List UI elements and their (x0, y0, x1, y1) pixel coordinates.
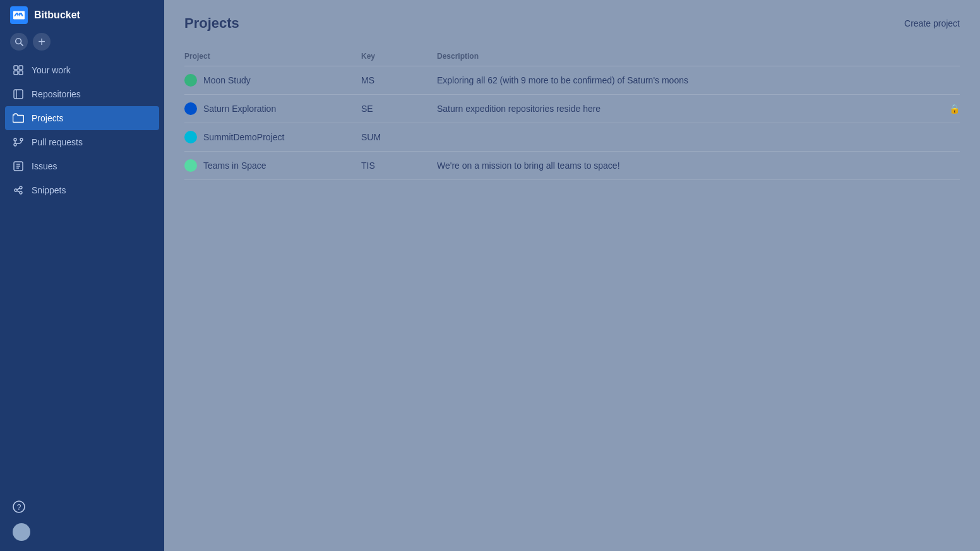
issues-icon (13, 160, 24, 172)
create-button[interactable]: + (33, 33, 51, 51)
sidebar-item-snippets[interactable]: Snippets (0, 178, 164, 202)
project-key-3: TIS (361, 152, 437, 180)
pr-icon (13, 136, 24, 148)
projects-icon (13, 112, 24, 124)
project-avatar-3 (184, 159, 197, 172)
app-name: Bitbucket (34, 9, 80, 21)
sidebar-header: Bitbucket (0, 0, 164, 30)
projects-table: Project Key Description Moon Study MS Ex… (184, 47, 960, 180)
project-name-cell-1: Saturn Exploration (184, 95, 361, 123)
project-name-cell-2: SummitDemoProject (184, 123, 361, 152)
lock-icon: 🔒 (949, 104, 960, 114)
user-avatar[interactable] (13, 523, 30, 541)
sidebar: Bitbucket + Your work (0, 0, 164, 551)
project-name-cell-3: Teams in Space (184, 152, 361, 180)
search-button[interactable] (10, 33, 28, 51)
sidebar-item-issues-label: Issues (32, 161, 57, 171)
projects-tbody: Moon Study MS Exploring all 62 (with 9 m… (184, 66, 960, 180)
page-header: Projects Create project (184, 15, 960, 32)
svg-rect-4 (14, 71, 18, 75)
sidebar-item-repositories-label: Repositories (32, 89, 81, 99)
project-desc-0: Exploring all 62 (with 9 more to be conf… (437, 66, 935, 95)
table-header: Project Key Description (184, 47, 960, 66)
bitbucket-logo[interactable] (10, 6, 28, 24)
col-header-project: Project (184, 47, 361, 66)
project-avatar-0 (184, 74, 197, 87)
project-desc-3: We're on a mission to bring all teams to… (437, 152, 935, 180)
project-key-1: SE (361, 95, 437, 123)
sidebar-item-issues[interactable]: Issues (0, 154, 164, 178)
svg-line-19 (17, 188, 20, 190)
project-desc-2 (437, 123, 935, 152)
sidebar-item-pull-requests[interactable]: Pull requests (0, 130, 164, 154)
project-avatar-1 (184, 102, 197, 115)
project-name-3: Teams in Space (203, 160, 266, 171)
svg-rect-6 (14, 90, 23, 99)
svg-point-17 (20, 186, 22, 189)
svg-text:?: ? (17, 503, 21, 512)
project-avatar-2 (184, 131, 197, 143)
svg-point-9 (20, 138, 23, 141)
svg-rect-5 (19, 71, 23, 75)
project-name-1: Saturn Exploration (203, 104, 276, 114)
sidebar-item-your-work[interactable]: Your work (0, 58, 164, 82)
your-work-icon (13, 64, 24, 76)
project-actions-2 (935, 123, 960, 152)
sidebar-bottom: ? (0, 490, 164, 551)
project-actions-1: 🔒 (935, 95, 960, 123)
project-key-0: MS (361, 66, 437, 95)
col-header-key: Key (361, 47, 437, 66)
sidebar-item-projects[interactable]: Projects (5, 106, 159, 130)
project-actions-3 (935, 152, 960, 180)
svg-rect-3 (19, 66, 23, 70)
sidebar-item-repositories[interactable]: Repositories (0, 82, 164, 106)
project-name-2: SummitDemoProject (203, 132, 284, 142)
sidebar-nav: Your work Repositories Projects (0, 56, 164, 490)
table-row[interactable]: Saturn Exploration SE Saturn expedition … (184, 95, 960, 123)
page-title: Projects (184, 15, 239, 32)
svg-line-1 (21, 44, 23, 46)
project-actions-0 (935, 66, 960, 95)
repos-icon (13, 88, 24, 100)
project-name-0: Moon Study (203, 75, 251, 85)
sidebar-item-snippets-label: Snippets (32, 185, 66, 195)
col-header-description: Description (437, 47, 935, 66)
table-row[interactable]: Moon Study MS Exploring all 62 (with 9 m… (184, 66, 960, 95)
snippets-icon (13, 185, 24, 196)
table-row[interactable]: SummitDemoProject SUM (184, 123, 960, 152)
svg-point-18 (20, 191, 22, 194)
main-content: Projects Create project Project Key Desc… (164, 0, 980, 551)
col-header-actions (935, 47, 960, 66)
svg-line-20 (17, 191, 20, 192)
svg-point-8 (14, 138, 16, 141)
sidebar-item-projects-label: Projects (32, 113, 64, 123)
project-key-2: SUM (361, 123, 437, 152)
create-project-button[interactable]: Create project (904, 18, 960, 28)
project-desc-1: Saturn expedition repositories reside he… (437, 95, 935, 123)
help-button[interactable]: ? (13, 500, 152, 513)
table-row[interactable]: Teams in Space TIS We're on a mission to… (184, 152, 960, 180)
sidebar-item-your-work-label: Your work (32, 65, 71, 75)
svg-point-16 (15, 189, 17, 191)
svg-point-10 (14, 143, 16, 146)
project-name-cell-0: Moon Study (184, 66, 361, 95)
svg-rect-2 (14, 66, 18, 70)
sidebar-item-pull-requests-label: Pull requests (32, 137, 83, 147)
